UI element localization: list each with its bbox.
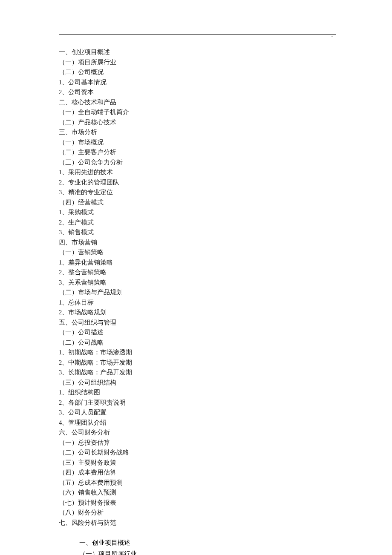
- body-content: 一、创业项目概述 （一）项目所属行业: [79, 537, 337, 555]
- toc-item: （八）财务分析: [59, 508, 337, 518]
- toc-item: （一）全自动端子机简介: [59, 107, 337, 118]
- body-heading-1: 一、创业项目概述: [79, 537, 337, 548]
- toc-item: 五、公司组织与管理: [59, 318, 337, 328]
- toc-item: 2、整合营销策略: [59, 267, 337, 278]
- toc-item: 4、管理团队介绍: [59, 418, 337, 428]
- toc-item: 2、各部门主要职责说明: [59, 398, 337, 408]
- toc-item: （一）总投资估算: [59, 438, 337, 448]
- document-page: .. 一、创业项目概述 （一）项目所属行业 （二）公司概况 1、公司基本情况 2…: [0, 0, 392, 555]
- toc-item: （二）产品核心技术: [59, 118, 337, 128]
- toc-item: （二）主要客户分析: [59, 147, 337, 158]
- toc-item: 四、市场营销: [59, 238, 337, 248]
- toc-item: （一）公司描述: [59, 328, 337, 338]
- toc-item: 1、差异化营销策略: [59, 258, 337, 268]
- toc-item: 3、长期战略：产品开发期: [59, 368, 337, 378]
- toc-item: （六）销售收入预测: [59, 488, 337, 498]
- toc-item: 1、组织结构图: [59, 388, 337, 398]
- toc-item: 1、初期战略：市场渗透期: [59, 348, 337, 358]
- horizontal-rule: [59, 34, 336, 35]
- table-of-contents: 一、创业项目概述 （一）项目所属行业 （二）公司概况 1、公司基本情况 2、公司…: [59, 47, 337, 528]
- toc-item: 2、公司资本: [59, 87, 337, 98]
- toc-item: 1、采购模式: [59, 207, 337, 218]
- toc-item: （二）市场与产品规划: [59, 288, 337, 298]
- toc-item: 七、风险分析与防范: [59, 518, 337, 528]
- toc-item: 2、中期战略：市场开发期: [59, 358, 337, 368]
- toc-item: （三）公司组织结构: [59, 378, 337, 388]
- toc-item: 三、市场分析: [59, 127, 337, 138]
- toc-item: （七）预计财务报表: [59, 498, 337, 508]
- toc-item: （三）主要财务政策: [59, 458, 337, 468]
- toc-item: 3、销售模式: [59, 227, 337, 238]
- toc-item: 二、核心技术和产品: [59, 98, 337, 108]
- toc-item: 一、创业项目概述: [59, 47, 337, 58]
- toc-item: 2、生产模式: [59, 218, 337, 228]
- toc-item: 1、公司基本情况: [59, 78, 337, 88]
- toc-item: 2、市场战略规划: [59, 308, 337, 318]
- toc-item: 3、精准的专业定位: [59, 187, 337, 198]
- toc-item: 1、采用先进的技术: [59, 167, 337, 178]
- toc-item: （一）营销策略: [59, 247, 337, 258]
- toc-item: （二）公司战略: [59, 338, 337, 348]
- body-heading-2: （一）项目所属行业: [79, 548, 337, 555]
- toc-item: （四）经营模式: [59, 198, 337, 208]
- toc-item: 六、公司财务分析: [59, 428, 337, 438]
- toc-item: （一）项目所属行业: [59, 58, 337, 68]
- toc-item: 1、总体目标: [59, 298, 337, 308]
- toc-item: （五）总成本费用预测: [59, 478, 337, 488]
- toc-item: （三）公司竞争力分析: [59, 158, 337, 168]
- toc-item: （四）成本费用估算: [59, 468, 337, 478]
- toc-item: （二）公司长期财务战略: [59, 448, 337, 458]
- toc-item: 2、专业化的管理团队: [59, 178, 337, 188]
- header-corner-mark: ..: [331, 33, 333, 38]
- toc-item: 3、关系营销策略: [59, 278, 337, 288]
- toc-item: 3、公司人员配置: [59, 408, 337, 418]
- toc-item: （一）市场概况: [59, 138, 337, 148]
- toc-item: （二）公司概况: [59, 67, 337, 78]
